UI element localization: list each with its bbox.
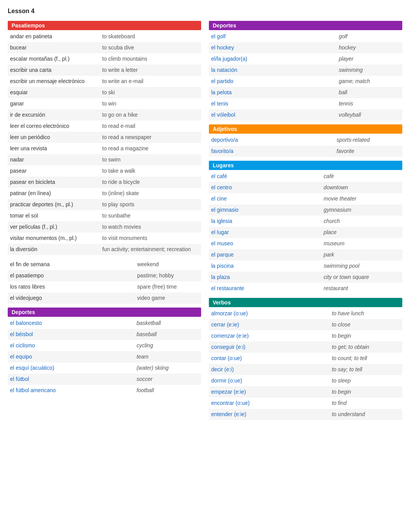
right-column: Deportes el golfgolfel hockeyhockeyel/la… xyxy=(209,21,402,424)
spanish-term: el parque xyxy=(209,249,321,260)
english-translation: favorite xyxy=(334,146,402,157)
table-row: el restauranterestaurant xyxy=(209,283,402,294)
spanish-term: leer un periódico xyxy=(8,132,100,143)
spanish-term: el museo xyxy=(209,238,321,249)
spanish-term: conseguir (e:i) xyxy=(209,342,330,353)
english-translation: place xyxy=(321,227,402,238)
spanish-term: la diversión xyxy=(8,244,100,255)
misc-table: el fin de semanaweekendel pasatiempopast… xyxy=(8,259,201,304)
table-row: entender (e:ie)to understand xyxy=(209,409,402,420)
english-translation: basketball xyxy=(134,318,201,329)
verbos-header: Verbos xyxy=(209,298,402,307)
english-translation: swimming pool xyxy=(321,260,402,272)
english-translation: city or town square xyxy=(321,272,402,283)
english-translation: spare (free) time xyxy=(135,281,201,292)
english-translation: to swim xyxy=(100,154,201,165)
english-translation: video game xyxy=(135,292,201,304)
verbos-table: almorzar (o:ue)to have lunchcerrar (e:ie… xyxy=(209,308,402,420)
adjetivos-table: deportivo/asports-relatedfavorito/afavor… xyxy=(209,134,402,157)
spanish-term: cerrar (e:ie) xyxy=(209,319,330,330)
table-row: deportivo/asports-related xyxy=(209,134,402,146)
table-row: cerrar (e:ie)to close xyxy=(209,319,402,330)
spanish-term: comenzar (e:ie) xyxy=(209,330,330,342)
spanish-term: nadar xyxy=(8,154,100,165)
table-row: la plazacity or town square xyxy=(209,272,402,283)
spanish-term: el/la jugador(a) xyxy=(209,53,336,65)
english-translation: to ski xyxy=(100,87,201,98)
spanish-term: el equipo xyxy=(8,351,134,362)
english-translation: swimming xyxy=(336,65,402,76)
english-translation: to climb mountains xyxy=(100,53,201,65)
english-translation: to go on a hike xyxy=(100,109,201,121)
spanish-term: el partido xyxy=(209,76,336,87)
english-translation: to write a letter xyxy=(100,65,201,76)
table-row: el equipoteam xyxy=(8,351,201,362)
english-translation: to write an e-mail xyxy=(100,76,201,87)
spanish-term: pasear xyxy=(8,165,100,177)
spanish-term: los ratos libres xyxy=(8,281,135,292)
english-translation: downtown xyxy=(321,182,402,193)
table-row: la nataciónswimming xyxy=(209,65,402,76)
table-row: decir (e:i)to say; to tell xyxy=(209,364,402,375)
lugares-table: el cafécaféel centrodowntownel cinemovie… xyxy=(209,171,402,294)
spanish-term: esquiar xyxy=(8,87,100,98)
spanish-term: el esquí (acuático) xyxy=(8,362,134,374)
english-translation: to find xyxy=(330,398,402,409)
english-translation: to have lunch xyxy=(330,308,402,319)
table-row: la piscinaswimming pool xyxy=(209,260,402,272)
english-translation: to say; to tell xyxy=(330,364,402,375)
table-row: contar (o:ue)to count; to tell xyxy=(209,353,402,364)
english-translation: restaurant xyxy=(321,283,402,294)
spanish-term: la natación xyxy=(209,65,336,76)
spanish-term: favorito/a xyxy=(209,146,334,157)
table-row: dormir (o:ue)to sleep xyxy=(209,375,402,386)
english-translation: football xyxy=(134,385,201,396)
spanish-term: el fútbol xyxy=(8,374,134,385)
table-row: patinar (en línea)to (inline) skate xyxy=(8,188,201,199)
table-row: leer el correo electrónicoto read e-mail xyxy=(8,121,201,132)
table-row: el fin de semanaweekend xyxy=(8,259,201,270)
english-translation: pastime; hobby xyxy=(135,270,201,281)
english-translation: to take a walk xyxy=(100,165,201,177)
english-translation: to sunbathe xyxy=(100,210,201,221)
spanish-term: el béisbol xyxy=(8,329,134,340)
table-row: el ciclismocycling xyxy=(8,340,201,351)
spanish-term: contar (o:ue) xyxy=(209,353,330,364)
spanish-term: la piscina xyxy=(209,260,321,272)
english-translation: soccer xyxy=(134,374,201,385)
table-row: el gimnasiogymnasium xyxy=(209,204,402,216)
table-row: almorzar (o:ue)to have lunch xyxy=(209,308,402,319)
english-translation: movie theater xyxy=(321,193,402,204)
english-translation: volleyball xyxy=(336,109,402,121)
pasatiempos-header: Pasatiempos xyxy=(8,21,201,30)
english-translation: museum xyxy=(321,238,402,249)
spanish-term: el hockey xyxy=(209,42,336,53)
english-translation: to count; to tell xyxy=(330,353,402,364)
pasatiempos-table: andar en patinetato skateboardbucearto s… xyxy=(8,31,201,255)
spanish-term: el baloncesto xyxy=(8,318,134,329)
deportes-left-table: el baloncestobasketballel béisbolbasebal… xyxy=(8,318,201,396)
spanish-term: andar en patineta xyxy=(8,31,100,42)
spanish-term: bucear xyxy=(8,42,100,53)
english-translation: to read e-mail xyxy=(100,121,201,132)
spanish-term: el golf xyxy=(209,31,336,42)
table-row: tomar el solto sunbathe xyxy=(8,210,201,221)
english-translation: to scuba dive xyxy=(100,42,201,53)
table-row: el centrodowntown xyxy=(209,182,402,193)
spanish-term: la plaza xyxy=(209,272,321,283)
table-row: nadarto swim xyxy=(8,154,201,165)
english-translation: to sleep xyxy=(330,375,402,386)
english-translation: to begin xyxy=(330,330,402,342)
left-column: Pasatiempos andar en patinetato skateboa… xyxy=(8,21,201,400)
spanish-term: el restaurante xyxy=(209,283,321,294)
table-row: el partidogame; match xyxy=(209,76,402,87)
spanish-term: el tenis xyxy=(209,98,336,109)
english-translation: to watch movies xyxy=(100,221,201,233)
spanish-term: practicar deportes (m., pl.) xyxy=(8,199,100,210)
english-translation: to (inline) skate xyxy=(100,188,201,199)
table-row: el béisbolbaseball xyxy=(8,329,201,340)
spanish-term: el fútbol americano xyxy=(8,385,134,396)
english-translation: gymnasium xyxy=(321,204,402,216)
table-row: el fútbol americanofootball xyxy=(8,385,201,396)
table-row: el esquí (acuático)(water) skiing xyxy=(8,362,201,374)
